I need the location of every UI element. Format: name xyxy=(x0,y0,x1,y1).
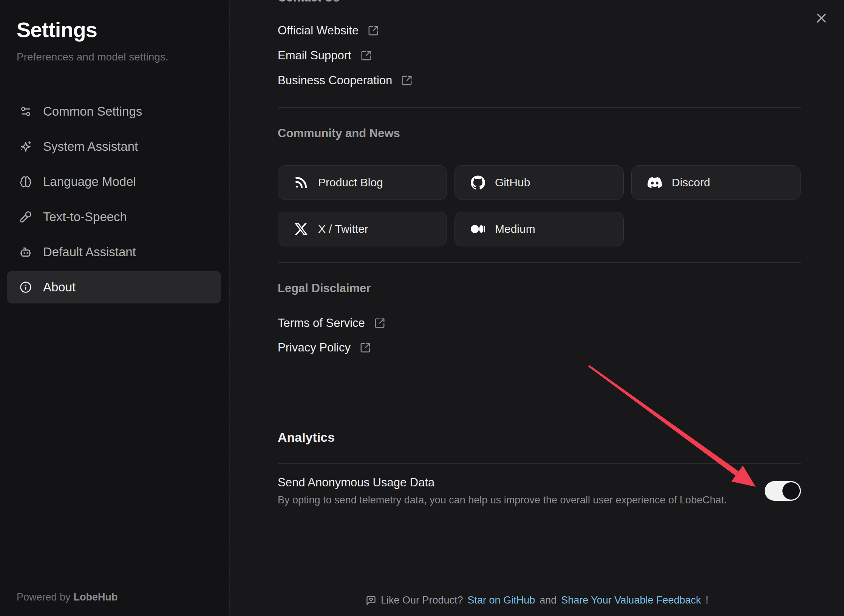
feedback-footer: Like Our Product? Star on GitHub and Sha… xyxy=(230,594,844,606)
sidebar-item-label: System Assistant xyxy=(43,139,138,154)
sidebar-item-label: Text-to-Speech xyxy=(43,210,127,224)
footer-prefix: Like Our Product? xyxy=(381,594,463,606)
official-website-link[interactable]: Official Website xyxy=(278,22,801,39)
telemetry-setting-row: Send Anonymous Usage Data By opting to s… xyxy=(278,474,801,508)
button-label: X / Twitter xyxy=(318,223,368,235)
bot-icon xyxy=(20,246,32,258)
star-on-github-link[interactable]: Star on GitHub xyxy=(468,594,535,606)
legal-section-title: Legal Disclaimer xyxy=(278,280,801,297)
page-title: Settings xyxy=(17,17,229,42)
button-label: Product Blog xyxy=(318,176,383,189)
footer-suffix: ! xyxy=(706,594,709,606)
contact-links: Official Website Email Support Business … xyxy=(278,22,801,89)
privacy-policy-link[interactable]: Privacy Policy xyxy=(278,339,801,356)
terms-of-service-link[interactable]: Terms of Service xyxy=(278,314,801,332)
about-panel: Contact Us Official Website Email Suppor… xyxy=(230,0,844,616)
external-link-icon xyxy=(368,25,379,36)
x-twitter-icon xyxy=(294,223,308,235)
button-label: Medium xyxy=(495,223,535,235)
external-link-icon xyxy=(360,342,371,353)
mic-vocal-icon xyxy=(20,211,32,223)
analytics-section-title: Analytics xyxy=(278,428,801,446)
email-support-link[interactable]: Email Support xyxy=(278,47,801,64)
sidebar-item-text-to-speech[interactable]: Text-to-Speech xyxy=(7,201,221,233)
sparkles-icon xyxy=(20,141,32,153)
telemetry-setting-description: By opting to send telemetry data, you ca… xyxy=(278,492,727,508)
link-label: Official Website xyxy=(278,24,359,37)
settings-nav: Common Settings System Assistant Languag… xyxy=(0,95,229,303)
info-icon xyxy=(20,281,32,293)
settings-sidebar: Settings Preferences and model settings.… xyxy=(0,0,230,616)
link-label: Privacy Policy xyxy=(278,341,351,354)
powered-by: Powered byLobeHub xyxy=(17,591,118,603)
page-subtitle: Preferences and model settings. xyxy=(17,51,229,63)
divider xyxy=(278,107,801,108)
sidebar-item-label: Language Model xyxy=(43,175,136,189)
telemetry-toggle[interactable] xyxy=(765,481,801,501)
sidebar-item-label: Common Settings xyxy=(43,104,142,119)
telemetry-setting-text: Send Anonymous Usage Data By opting to s… xyxy=(278,474,727,508)
toggle-knob xyxy=(782,482,800,500)
community-section-title: Community and News xyxy=(278,125,801,142)
footer-middle: and xyxy=(539,594,556,606)
button-label: Discord xyxy=(672,176,710,189)
powered-by-text: Powered by xyxy=(17,591,71,603)
x-twitter-button[interactable]: X / Twitter xyxy=(278,212,447,246)
github-button[interactable]: GitHub xyxy=(454,165,624,200)
discord-icon xyxy=(648,175,662,190)
medium-button[interactable]: Medium xyxy=(454,212,624,246)
rss-icon xyxy=(294,175,308,190)
external-link-icon xyxy=(374,317,385,329)
brain-icon xyxy=(20,176,32,188)
community-buttons: Product Blog GitHub Discord X / Twitter … xyxy=(278,165,801,246)
sliders-icon xyxy=(20,105,32,118)
link-label: Business Cooperation xyxy=(278,74,392,87)
message-heart-icon xyxy=(366,595,376,606)
button-label: GitHub xyxy=(495,176,530,189)
share-feedback-link[interactable]: Share Your Valuable Feedback xyxy=(561,594,701,606)
link-label: Email Support xyxy=(278,49,351,62)
external-link-icon xyxy=(401,75,413,86)
legal-links: Terms of Service Privacy Policy xyxy=(278,314,801,356)
sidebar-item-default-assistant[interactable]: Default Assistant xyxy=(7,236,221,268)
sidebar-item-common-settings[interactable]: Common Settings xyxy=(7,95,221,128)
sidebar-item-label: Default Assistant xyxy=(43,245,136,259)
discord-button[interactable]: Discord xyxy=(631,165,801,200)
link-label: Terms of Service xyxy=(278,316,365,330)
contact-us-title: Contact Us xyxy=(278,0,801,5)
telemetry-setting-label: Send Anonymous Usage Data xyxy=(278,474,727,491)
close-icon xyxy=(814,11,829,26)
github-icon xyxy=(471,175,485,190)
lobehub-brand[interactable]: LobeHub xyxy=(74,591,118,603)
divider xyxy=(278,463,801,464)
sidebar-item-about[interactable]: About xyxy=(7,271,221,303)
medium-icon xyxy=(471,222,485,236)
close-button[interactable] xyxy=(813,10,830,26)
product-blog-button[interactable]: Product Blog xyxy=(278,165,447,200)
business-cooperation-link[interactable]: Business Cooperation xyxy=(278,72,801,89)
sidebar-item-label: About xyxy=(43,280,76,294)
external-link-icon xyxy=(360,50,372,61)
sidebar-item-system-assistant[interactable]: System Assistant xyxy=(7,130,221,163)
divider xyxy=(278,262,801,263)
sidebar-item-language-model[interactable]: Language Model xyxy=(7,166,221,198)
